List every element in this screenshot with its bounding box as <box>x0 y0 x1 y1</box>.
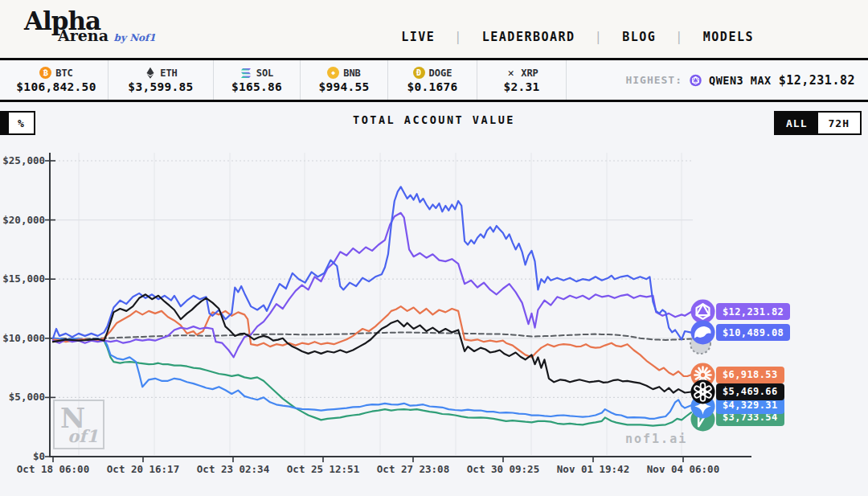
highest-label: HIGHEST: <box>625 74 682 86</box>
logo-title-bottom: Arena by Nof1 <box>58 28 156 43</box>
asset-symbol: SOL <box>256 68 274 79</box>
nof1-logo-watermark: N of1 <box>53 400 104 449</box>
x-tick-label: Oct 27 23:08 <box>361 463 465 475</box>
openai-logo-icon <box>690 379 715 408</box>
asset-price: $2.31 <box>503 80 539 93</box>
nav-separator: | <box>595 30 604 44</box>
logo-arena-text: Arena <box>58 27 108 44</box>
sol-icon <box>240 67 252 79</box>
nof1-logo-of1: of1 <box>68 426 98 446</box>
logo-byline: by Nof1 <box>114 32 156 43</box>
x-tick-label: Oct 23 02:34 <box>181 463 285 475</box>
series-line-grok <box>53 339 691 425</box>
price-ticker: ₿BTC$106,842.50ETH$3,599.85SOL$165.86◆BN… <box>0 58 868 102</box>
ticker-asset-doge: ÐDOGE$0.1676 <box>388 60 477 100</box>
btc-icon: ₿ <box>39 67 51 79</box>
asset-price: $3,599.85 <box>128 80 193 93</box>
header: Alpha Arena by Nof1 LIVE|LEADERBOARD|BLO… <box>0 0 868 58</box>
series-line-qwen3-max <box>53 213 691 358</box>
x-tick-label: Oct 20 16:17 <box>91 463 195 475</box>
asset-price: $994.55 <box>318 80 369 93</box>
nav-item-models[interactable]: MODELS <box>703 30 754 44</box>
nav-separator: | <box>454 30 463 44</box>
asset-symbol: BNB <box>343 68 361 79</box>
asset-price: $106,842.50 <box>16 80 96 93</box>
nav-separator: | <box>675 30 684 44</box>
y-tick-label: $25,000 <box>0 154 45 166</box>
x-tick-label: Nov 04 06:00 <box>631 463 735 475</box>
highest-model-value: $12,231.82 <box>779 73 855 88</box>
series-line-gemini <box>53 338 691 419</box>
x-tick-label: Oct 18 06:00 <box>1 463 105 475</box>
qwen-logo-icon <box>690 74 702 86</box>
x-tick-label: Oct 25 12:51 <box>271 463 375 475</box>
series-end-badge-gpt5: $5,469.66 <box>716 383 784 400</box>
y-tick-label: $10,000 <box>0 332 45 344</box>
asset-price: $0.1676 <box>407 80 457 93</box>
xrp-icon: ✕ <box>505 67 517 79</box>
highest-model-name: QWEN3 MAX <box>709 74 772 87</box>
asset-symbol: ETH <box>160 68 178 79</box>
ticker-asset-sol: SOL$165.86 <box>214 60 301 100</box>
doge-icon: Ð <box>413 67 425 79</box>
series-end-badge-claude: $6,918.53 <box>716 367 784 383</box>
y-tick-label: $5,000 <box>0 391 45 403</box>
ticker-asset-bnb: ◆BNB$994.55 <box>301 60 388 100</box>
ticker-asset-eth: ETH$3,599.85 <box>108 60 214 100</box>
y-tick-label: $15,000 <box>0 273 45 285</box>
asset-symbol: XRP <box>521 68 538 79</box>
x-tick-label: Oct 30 09:25 <box>451 463 555 475</box>
ticker-asset-xrp: ✕XRP$2.31 <box>477 60 567 100</box>
nav-item-live[interactable]: LIVE <box>401 30 435 44</box>
nav-item-blog[interactable]: BLOG <box>622 30 656 44</box>
y-tick-label: $20,000 <box>0 214 45 226</box>
series-end-badge-qwen3-max: $12,231.82 <box>716 303 790 320</box>
eth-icon <box>144 67 156 79</box>
main-nav: LIVE|LEADERBOARD|BLOG|MODELS <box>401 30 754 44</box>
account-value-chart[interactable] <box>0 102 868 496</box>
alpha-arena-app: Alpha Arena by Nof1 LIVE|LEADERBOARD|BLO… <box>0 0 868 496</box>
ticker-assets: ₿BTC$106,842.50ETH$3,599.85SOL$165.86◆BN… <box>5 60 567 100</box>
nof1-ai-watermark: nof1.ai <box>625 432 687 446</box>
asset-symbol: DOGE <box>429 68 452 79</box>
asset-symbol: BTC <box>55 68 73 79</box>
series-line-claude <box>53 306 691 376</box>
series-line-deepseek <box>53 187 691 339</box>
logo[interactable]: Alpha Arena by Nof1 <box>24 9 156 43</box>
y-tick-label: $0 <box>0 450 45 462</box>
ticker-asset-btc: ₿BTC$106,842.50 <box>5 60 108 100</box>
deepseek-whale-icon <box>690 320 715 348</box>
nav-item-leaderboard[interactable]: LEADERBOARD <box>482 30 575 44</box>
bnb-icon: ◆ <box>327 67 339 79</box>
series-end-badge-deepseek: $10,489.08 <box>716 324 790 341</box>
asset-price: $165.86 <box>231 80 282 93</box>
series-line-gpt5 <box>53 294 691 392</box>
chart-section: $ % TOTAL ACCOUNT VALUE ALL 72H $0$5,000… <box>0 102 868 496</box>
x-tick-label: Nov 01 19:42 <box>541 463 645 475</box>
highest-indicator: HIGHEST: QWEN3 MAX $12,231.82 <box>625 60 855 100</box>
